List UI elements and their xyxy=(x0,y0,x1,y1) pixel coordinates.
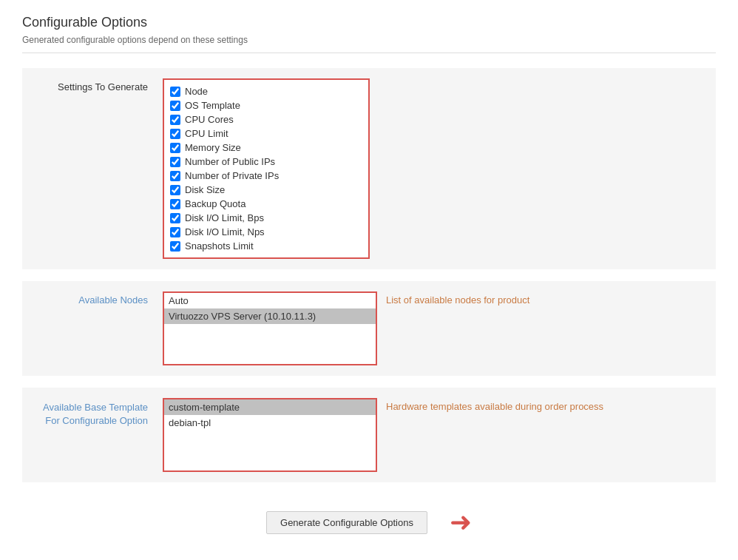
checkbox-label-cpu_limit: CPU Limit xyxy=(185,128,228,139)
page-subtitle: Generated configurable options depend on… xyxy=(22,35,716,53)
available-base-template-section: Available Base Template For Configurable… xyxy=(22,388,716,482)
template-item-debian_tpl[interactable]: debian-tpl xyxy=(164,415,376,431)
button-row: Generate Configurable Options ➜ xyxy=(22,494,716,550)
checkbox-label-num_private_ips: Number of Private IPs xyxy=(185,170,279,181)
checkbox-item-disk_io_nps: Disk I/O Limit, Nps xyxy=(170,225,362,239)
checkbox-disk_io_bps[interactable] xyxy=(170,213,180,223)
checkbox-cpu_cores[interactable] xyxy=(170,115,180,125)
checkbox-label-disk_io_nps: Disk I/O Limit, Nps xyxy=(185,226,265,237)
checkbox-item-node: Node xyxy=(170,84,362,98)
settings-label: Settings To Generate xyxy=(30,78,163,92)
checkbox-item-num_public_ips: Number of Public IPs xyxy=(170,155,362,169)
template-item-custom_template[interactable]: custom-template xyxy=(164,399,376,415)
checkbox-disk_io_nps[interactable] xyxy=(170,227,180,237)
checkbox-item-disk_io_bps: Disk I/O Limit, Bps xyxy=(170,211,362,225)
checkbox-label-node: Node xyxy=(185,86,208,97)
available-nodes-label: Available Nodes xyxy=(30,291,163,306)
node-item-vps_server[interactable]: Virtuozzo VPS Server (10.10.11.3) xyxy=(164,308,376,324)
page-title: Configurable Options xyxy=(22,15,716,30)
available-nodes-listbox[interactable]: AutoVirtuozzo VPS Server (10.10.11.3) xyxy=(163,291,377,365)
checkbox-snapshots_limit[interactable] xyxy=(170,241,180,252)
checkbox-num_public_ips[interactable] xyxy=(170,157,180,167)
checkbox-label-backup_quota: Backup Quota xyxy=(185,198,246,209)
checkbox-label-disk_io_bps: Disk I/O Limit, Bps xyxy=(185,212,264,223)
checkbox-label-cpu_cores: CPU Cores xyxy=(185,114,234,125)
checkbox-label-memory_size: Memory Size xyxy=(185,142,241,153)
checkbox-label-snapshots_limit: Snapshots Limit xyxy=(185,240,254,252)
checkbox-item-os_template: OS Template xyxy=(170,98,362,112)
nodes-hint: List of available nodes for product xyxy=(386,291,529,306)
node-item-auto[interactable]: Auto xyxy=(164,293,376,308)
checkboxes-container: NodeOS TemplateCPU CoresCPU LimitMemory … xyxy=(163,78,370,259)
checkbox-cpu_limit[interactable] xyxy=(170,129,180,139)
base-template-listbox[interactable]: custom-templatedebian-tpl xyxy=(163,398,377,472)
settings-to-generate-section: Settings To Generate NodeOS TemplateCPU … xyxy=(22,68,716,269)
checkbox-disk_size[interactable] xyxy=(170,185,180,195)
checkbox-item-cpu_limit: CPU Limit xyxy=(170,126,362,141)
base-template-label: Available Base Template For Configurable… xyxy=(30,398,163,428)
generate-button[interactable]: Generate Configurable Options xyxy=(266,511,427,534)
checkbox-os_template[interactable] xyxy=(170,101,180,111)
nodes-content: AutoVirtuozzo VPS Server (10.10.11.3) Li… xyxy=(163,291,529,365)
checkbox-item-num_private_ips: Number of Private IPs xyxy=(170,169,362,183)
checkbox-memory_size[interactable] xyxy=(170,143,180,153)
checkbox-label-os_template: OS Template xyxy=(185,100,240,111)
template-content: custom-templatedebian-tpl Hardware templ… xyxy=(163,398,603,472)
checkbox-num_private_ips[interactable] xyxy=(170,171,180,181)
checkbox-backup_quota[interactable] xyxy=(170,199,180,209)
checkbox-label-num_public_ips: Number of Public IPs xyxy=(185,156,275,167)
available-nodes-section: Available Nodes AutoVirtuozzo VPS Server… xyxy=(22,281,716,376)
template-hint: Hardware templates available during orde… xyxy=(386,398,603,412)
checkbox-item-backup_quota: Backup Quota xyxy=(170,197,362,211)
checkbox-item-snapshots_limit: Snapshots Limit xyxy=(170,239,362,253)
checkbox-item-cpu_cores: CPU Cores xyxy=(170,112,362,126)
checkbox-label-disk_size: Disk Size xyxy=(185,184,225,195)
checkbox-item-disk_size: Disk Size xyxy=(170,183,362,197)
arrow-icon: ➜ xyxy=(450,509,472,536)
checkbox-node[interactable] xyxy=(170,87,180,97)
checkbox-item-memory_size: Memory Size xyxy=(170,141,362,155)
